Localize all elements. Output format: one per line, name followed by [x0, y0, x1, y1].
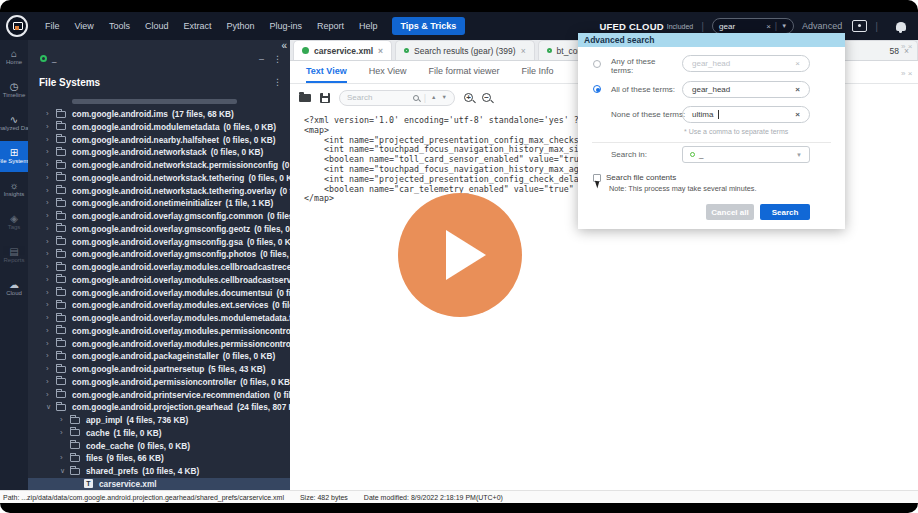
rail-item[interactable]: ◈ Tags [0, 207, 28, 238]
tree-row[interactable]: com.google.android.overlay.modules.ext.s… [28, 299, 290, 312]
tree-row[interactable]: com.google.android.onetimeinitializer (1… [28, 197, 290, 210]
global-search-input[interactable]: gear × | ▼ [712, 18, 794, 34]
tree-row[interactable]: com.google.android.overlay.modules.cellb… [28, 261, 290, 274]
zoom-out-icon[interactable]: − [482, 93, 491, 102]
tree-row[interactable]: shared_prefs (10 files, 4 KB) [28, 465, 290, 478]
tree-chevron-icon[interactable] [60, 454, 70, 462]
cancel-all-button[interactable]: Cancel all [706, 204, 754, 220]
rail-item[interactable]: ▤ Reports [0, 240, 28, 271]
tree-chevron-icon[interactable] [46, 123, 56, 131]
clear-field-icon[interactable]: × [795, 110, 800, 119]
tree-chevron-icon[interactable] [46, 314, 56, 322]
clear-search-icon[interactable]: × [766, 22, 771, 31]
zoom-in-icon[interactable]: + [464, 93, 473, 102]
tree-chevron-icon[interactable] [46, 391, 56, 399]
tree-row[interactable]: carservice.xml [28, 478, 290, 491]
none-terms-input[interactable]: ultima × [682, 106, 810, 123]
document-tab[interactable]: carservice.xml × [293, 40, 392, 60]
tree-row[interactable]: app_impl (4 files, 736 KB) [28, 414, 290, 427]
next-match-icon[interactable]: ▼ [442, 95, 447, 100]
panel-kebab-icon[interactable]: ⋮ [273, 77, 282, 87]
document-tab[interactable]: Search results (gear) (399) × [395, 40, 535, 60]
advanced-search-link[interactable]: Advanced [802, 21, 842, 31]
tree-chevron-icon[interactable] [46, 301, 56, 309]
tree-chevron-icon[interactable] [46, 250, 56, 258]
save-icon[interactable] [320, 93, 330, 103]
clear-field-icon[interactable]: × [795, 85, 800, 94]
tree-row[interactable]: com.google.android.networkstack.permissi… [28, 159, 290, 172]
tree-chevron-icon[interactable] [46, 352, 56, 360]
tree-row[interactable]: com.google.android.overlay.gmsconfig.pho… [28, 248, 290, 261]
tree-chevron-icon[interactable] [46, 365, 56, 373]
tree-chevron-icon[interactable] [46, 327, 56, 335]
tree-chevron-icon[interactable] [46, 276, 56, 284]
tree-chevron-icon[interactable] [46, 174, 56, 182]
menu-item[interactable]: Extract [183, 21, 211, 31]
tree-row[interactable]: com.google.android.projection.gearhead (… [28, 401, 290, 414]
tree-chevron-icon[interactable] [46, 110, 56, 118]
minimize-icon[interactable]: – [259, 54, 264, 64]
tree-row[interactable]: com.google.android.overlay.gmsconfig.com… [28, 210, 290, 223]
tree-chevron-icon[interactable] [46, 161, 56, 169]
tree-row[interactable]: code_cache (0 files, 0 KB) [28, 439, 290, 452]
search-in-select[interactable]: _ ▼ [682, 146, 810, 163]
all-terms-radio[interactable] [593, 85, 601, 93]
rail-item[interactable]: ⌂ Home [0, 42, 28, 73]
tree-row[interactable]: com.google.android.overlay.modules.docum… [28, 286, 290, 299]
tree-chevron-icon[interactable] [46, 212, 56, 220]
tree-chevron-icon[interactable] [60, 467, 70, 475]
rail-item[interactable]: ⊞ File Systems [0, 141, 28, 172]
any-terms-input[interactable]: gear_head × [682, 55, 810, 72]
tree-chevron-icon[interactable] [46, 263, 56, 271]
tree-row[interactable]: com.google.android.overlay.gmsconfig.geo… [28, 223, 290, 236]
all-terms-input[interactable]: gear_head × [682, 81, 810, 98]
menu-item[interactable]: Python [226, 21, 254, 31]
rail-item[interactable]: ◷ Timeline [0, 75, 28, 106]
view-mode-tab[interactable]: File Info [522, 61, 554, 83]
tree-row[interactable]: files (9 files, 66 KB) [28, 452, 290, 465]
rail-item[interactable]: ☼ Insights [0, 174, 28, 205]
tree-row[interactable]: com.google.android.modulemetadata (0 fil… [28, 121, 290, 134]
tree-row[interactable]: com.google.android.overlay.gmsconfig.gsa… [28, 235, 290, 248]
chevron-down-icon[interactable]: ▼ [781, 23, 787, 29]
tips-tricks-button[interactable]: Tips & Tricks [392, 17, 466, 35]
tree-row[interactable]: com.google.android.nearby.halfsheet (0 f… [28, 133, 290, 146]
extraction-source[interactable]: _ [40, 54, 56, 63]
view-mode-tab[interactable]: File format viewer [429, 61, 500, 83]
menu-item[interactable]: File [45, 21, 60, 31]
previous-match-icon[interactable]: ▲ [431, 95, 436, 100]
clear-field-icon[interactable]: × [795, 59, 800, 68]
tree-row[interactable]: com.google.android.printservice.recommen… [28, 388, 290, 401]
menu-item[interactable]: Tools [109, 21, 130, 31]
rail-item[interactable]: ☁ Cloud [0, 273, 28, 304]
tree-chevron-icon[interactable] [46, 238, 56, 246]
menu-item[interactable]: Cloud [145, 21, 169, 31]
tree-row[interactable]: com.google.android.overlay.modules.cellb… [28, 274, 290, 287]
tree-row[interactable]: com.google.android.overlay.modules.modul… [28, 312, 290, 325]
tree-row[interactable]: com.google.android.networkstack.tetherin… [28, 172, 290, 185]
panel-expand-icon[interactable]: » × [901, 42, 912, 51]
collapse-panel-icon[interactable]: « [281, 40, 287, 51]
tree-chevron-icon[interactable] [46, 225, 56, 233]
tree-chevron-icon[interactable] [46, 148, 56, 156]
close-tab-icon[interactable]: × [378, 46, 383, 56]
tree-chevron-icon[interactable] [60, 429, 70, 437]
tree-chevron-icon[interactable] [46, 289, 56, 297]
tree-row[interactable]: cache (1 file, 0 KB) [28, 427, 290, 440]
screenshot-icon[interactable] [852, 20, 867, 32]
tree-row[interactable]: com.google.android.permissioncontroller … [28, 376, 290, 389]
tree-row[interactable]: com.google.android.ims (17 files, 68 KB) [28, 108, 290, 121]
search-button[interactable]: Search [760, 204, 810, 220]
tree-row[interactable]: com.google.android.packageinstaller (0 f… [28, 350, 290, 363]
menu-item[interactable]: View [75, 21, 94, 31]
tree-row[interactable]: com.google.android.overlay.modules.permi… [28, 337, 290, 350]
tree-chevron-icon[interactable] [46, 136, 56, 144]
rail-item[interactable]: ∿ Analyzed Data [0, 108, 28, 139]
global-search-value[interactable]: gear [719, 22, 762, 31]
tree-row[interactable]: com.google.android.partnersetup (5 files… [28, 363, 290, 376]
viewer-search-input[interactable]: Search | ▲ ▼ [339, 90, 455, 106]
view-mode-tab[interactable]: Text View [306, 61, 347, 83]
play-button[interactable] [398, 193, 522, 317]
any-terms-radio[interactable] [593, 60, 601, 68]
tree-chevron-icon[interactable] [60, 416, 70, 424]
